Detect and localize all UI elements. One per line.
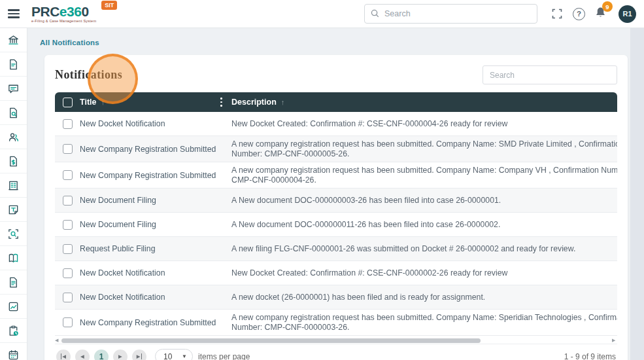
previous-page-icon: ◀ — [80, 353, 84, 359]
notifications-table: Title↑ Description↑ New Docket Notificat… — [55, 92, 617, 336]
table-row[interactable]: New Docket NotificationNew Docket Create… — [55, 261, 617, 285]
row-checkbox[interactable] — [63, 119, 73, 129]
global-search-input[interactable] — [364, 4, 537, 24]
building-icon — [7, 179, 20, 192]
current-page-button[interactable]: 1 — [94, 350, 109, 360]
row-title: New Company Registration Submitted — [80, 171, 231, 180]
last-page-button[interactable]: ▶ — [132, 350, 146, 360]
row-checkbox[interactable] — [63, 196, 73, 206]
sidebar-item-bank[interactable] — [0, 28, 27, 52]
sidebar-item-building[interactable] — [0, 173, 27, 198]
sidebar-item-scan-search[interactable] — [0, 222, 27, 246]
user-avatar[interactable]: R1 — [619, 5, 636, 23]
sidebar-item-chart[interactable] — [0, 295, 27, 319]
column-menu-icon[interactable] — [220, 97, 222, 107]
next-page-button[interactable]: ▶ — [113, 350, 127, 360]
table-row[interactable]: New Company Registration SubmittedA new … — [55, 136, 617, 162]
sidebar-item-file-search[interactable] — [0, 101, 27, 125]
row-description: New Docket Created: Confirmation #: CSE-… — [231, 116, 617, 132]
row-description: A New document DOC-000000003-26 has been… — [231, 192, 617, 209]
fullscreen-button[interactable] — [552, 9, 562, 19]
table-row[interactable]: Request Public FilingA new filing FLG-CN… — [55, 237, 617, 261]
table-row[interactable]: New Docket NotificationA new docket (26-… — [55, 285, 617, 310]
sidebar-item-users[interactable] — [0, 125, 27, 149]
scroll-right-icon[interactable]: ▶ — [612, 337, 617, 344]
breadcrumb[interactable]: All Notifications — [27, 28, 644, 46]
users-icon — [7, 131, 20, 143]
row-title: New Docket Notification — [80, 268, 231, 278]
scan-search-icon — [7, 228, 20, 240]
horizontal-scrollbar[interactable]: ◀ ▶ — [55, 337, 617, 344]
row-title: New Document Filing — [80, 196, 231, 205]
sidebar-item-document[interactable] — [0, 270, 27, 295]
hamburger-icon — [8, 7, 20, 20]
row-title: New Document Filing — [80, 220, 231, 229]
sidebar-item-note-t[interactable] — [0, 198, 27, 222]
row-description: A new docket (26-0000001) has been filed… — [231, 289, 617, 306]
chevron-down-icon: ▼ — [182, 353, 187, 359]
page-title: Notifications — [55, 68, 122, 82]
row-checkbox[interactable] — [63, 170, 73, 180]
sidebar-item-file-dollar[interactable] — [0, 149, 27, 173]
sidebar-item-clipboard-clock[interactable] — [0, 319, 27, 343]
chat-icon — [7, 82, 20, 95]
pagination-bar: ◀ ◀ 1 ▶ ▶ 10▼ items per page 1 - 9 of 9 … — [55, 344, 617, 360]
row-description: New Docket Created: Confirmation #: CSE-… — [231, 265, 617, 281]
row-checkbox[interactable] — [63, 268, 73, 278]
column-header-title[interactable]: Title↑ — [80, 92, 231, 112]
app-logo[interactable]: PRCe360 e-Filing & Case Management Syste… — [31, 5, 117, 24]
select-all-checkbox[interactable] — [63, 98, 73, 107]
main-content: All Notifications Notifications Title↑ D… — [27, 28, 644, 360]
logo-subtitle: e-Filing & Case Management System — [31, 20, 96, 24]
row-checkbox[interactable] — [63, 220, 73, 230]
row-title: Request Public Filing — [80, 244, 231, 253]
page-range-label: 1 - 9 of 9 items — [564, 352, 616, 360]
table-row[interactable]: New Company Registration SubmittedA new … — [55, 310, 617, 336]
row-description: A new company registration request has b… — [231, 136, 617, 162]
table-row[interactable]: New Docket NotificationNew Docket Create… — [55, 112, 617, 136]
sidebar-item-file-text[interactable] — [0, 52, 27, 77]
menu-toggle-button[interactable] — [0, 7, 27, 20]
scrollbar-thumb[interactable] — [61, 338, 481, 343]
row-description: A new filing FLG-CNF-0000001-26 was subm… — [231, 241, 617, 257]
calendar-icon — [7, 349, 20, 360]
first-page-button[interactable]: ◀ — [56, 350, 71, 360]
fullscreen-icon — [552, 9, 562, 19]
row-checkbox[interactable] — [63, 317, 73, 327]
table-row[interactable]: New Document FilingA New document DOC-00… — [55, 213, 617, 237]
row-checkbox[interactable] — [63, 144, 73, 154]
bank-icon — [7, 34, 20, 46]
row-description: A New document DOC-000000011-26 has been… — [231, 217, 617, 233]
scroll-left-icon[interactable]: ◀ — [55, 337, 60, 344]
last-page-icon: ▶ — [137, 353, 142, 359]
logo-text: PRCe360 — [31, 5, 96, 18]
document-icon — [7, 276, 20, 289]
table-row[interactable]: New Document FilingA New document DOC-00… — [55, 189, 617, 213]
clipboard-clock-icon — [7, 325, 20, 337]
column-header-description[interactable]: Description↑ — [231, 98, 617, 107]
previous-page-button[interactable]: ◀ — [75, 350, 90, 360]
notification-count-badge: 9 — [602, 1, 613, 12]
global-search — [364, 4, 537, 24]
search-icon — [370, 9, 380, 21]
table-row[interactable]: New Company Registration SubmittedA new … — [55, 162, 617, 189]
page-size-select[interactable]: 10▼ — [155, 349, 193, 360]
row-title: New Docket Notification — [80, 119, 231, 128]
environment-badge: SIT — [101, 1, 117, 10]
row-description: A new company registration request has b… — [231, 162, 617, 188]
sort-asc-icon: ↑ — [281, 98, 285, 106]
sidebar-item-chat[interactable] — [0, 77, 27, 101]
row-description: A new company registration request has b… — [231, 310, 617, 335]
help-button[interactable]: ? — [573, 8, 585, 20]
notifications-button[interactable]: 9 — [594, 6, 607, 22]
sort-asc-icon: ↑ — [101, 98, 105, 106]
page-scrollbar-track[interactable] — [630, 28, 644, 360]
chart-icon — [7, 300, 20, 313]
row-checkbox[interactable] — [63, 293, 73, 302]
row-checkbox[interactable] — [63, 244, 73, 254]
table-search-input[interactable] — [483, 65, 617, 84]
sidebar-item-ledger[interactable] — [0, 246, 27, 270]
row-title: New Company Registration Submitted — [80, 318, 231, 327]
sidebar-item-calendar[interactable] — [0, 343, 27, 360]
ledger-icon — [7, 252, 20, 264]
